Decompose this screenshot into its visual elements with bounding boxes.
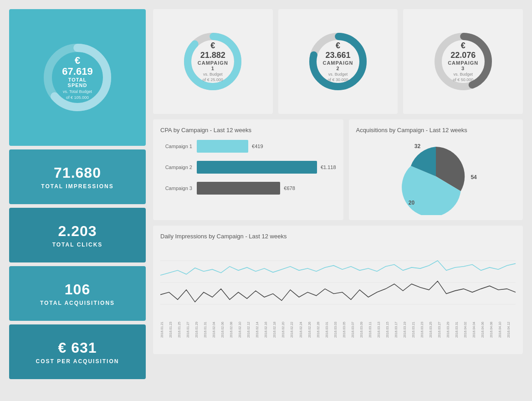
total-spend-sub1: vs. Total Budget: [59, 89, 96, 94]
x-label-4: 2016.01.29: [195, 322, 204, 338]
clicks-value: 2.203: [58, 223, 97, 240]
campaign2-card: € 23.661 CAMPAIGN 2 vs. Budget of € 30.0…: [278, 9, 398, 114]
x-label-9: 2016.02.10: [238, 322, 247, 338]
campaign3-name: CAMPAIGN 3: [447, 60, 479, 71]
campaign1-budget-value: of € 25.000: [197, 77, 229, 82]
acquisitions-value: 106: [65, 281, 90, 298]
bar-row-1: Campaign 2€1.118: [160, 161, 336, 174]
campaign1-name: CAMPAIGN 1: [197, 60, 229, 71]
acquisitions-box: 106 TOTAL ACQUISITIONS: [9, 266, 146, 321]
x-label-21: 2016.03.05: [343, 322, 351, 338]
bar-label-2: Campaign 3: [160, 185, 197, 191]
x-label-24: 2016.03.11: [368, 322, 377, 338]
x-label-17: 2016.02.26: [308, 322, 317, 338]
x-label-3: 2016.01.27: [186, 322, 195, 338]
campaign2-text: € 23.661 CAMPAIGN 2 vs. Budget of € 30.0…: [322, 41, 354, 82]
pie-label-20: 20: [409, 200, 414, 206]
x-label-37: 2016.04.06: [481, 322, 490, 338]
x-label-35: 2016.04.02: [464, 322, 472, 338]
bar-value-2: €678: [284, 185, 295, 191]
clicks-label: TOTAL CLICKS: [52, 242, 103, 248]
bar-value-0: €419: [252, 144, 263, 149]
acquisitions-label: TOTAL ACQUISITIONS: [40, 300, 115, 306]
campaign1-budget-label: vs. Budget: [197, 72, 229, 77]
bar-track-0: €419: [197, 140, 336, 153]
x-label-28: 2016.03.19: [403, 322, 412, 338]
bar-value-1: €1.118: [321, 165, 336, 170]
dashboard: € 67.619 TOTAL SPEND vs. Total Budget of…: [9, 9, 523, 379]
acquisitions-chart-title: Acquisitions by Campaign - Last 12 weeks: [356, 127, 516, 134]
total-spend-sub2: of € 105.000: [59, 95, 96, 100]
x-label-31: 2016.03.25: [429, 322, 438, 338]
x-label-14: 2016.02.20: [281, 322, 290, 338]
impressions-box: 71.680 TOTAL IMPRESSIONS: [9, 149, 146, 204]
total-spend-value: € 67.619: [59, 55, 96, 77]
middle-row: CPA by Campaign - Last 12 weeks Campaign…: [153, 119, 523, 220]
x-label-8: 2016.02.08: [230, 322, 238, 338]
cpa-bars: Campaign 1€419Campaign 2€1.118Campaign 3…: [160, 140, 336, 195]
clicks-box: 2.203 TOTAL CLICKS: [9, 208, 146, 262]
cpa-label: COST PER ACQUISITION: [36, 358, 119, 365]
x-label-36: 2016.04.04: [472, 322, 481, 338]
x-label-13: 2016.02.18: [273, 322, 281, 338]
campaign3-donut: € 22.076 CAMPAIGN 3 vs. Budget of € 50.0…: [431, 30, 495, 93]
x-label-7: 2016.02.06: [221, 322, 230, 338]
total-spend-label: TOTAL SPEND: [59, 77, 96, 88]
total-spend-donut: € 67.619 TOTAL SPEND vs. Total Budget of…: [41, 41, 114, 114]
bar-fill-2: [197, 182, 280, 195]
pie-label-32: 32: [414, 143, 420, 149]
x-label-32: 2016.03.27: [438, 322, 446, 338]
x-label-30: 2016.03.23: [420, 322, 429, 338]
impressions-label: TOTAL IMPRESSIONS: [41, 183, 113, 190]
x-label-29: 2016.03.21: [412, 322, 420, 338]
x-label-23: 2016.03.09: [360, 322, 368, 338]
x-label-39: 2016.04.10: [498, 322, 507, 338]
x-label-40: 2016.04.12: [507, 322, 516, 338]
campaign2-value: € 23.661: [322, 41, 354, 60]
bar-fill-0: [197, 140, 248, 153]
bar-row-0: Campaign 1€419: [160, 140, 336, 153]
pie-label-54: 54: [471, 174, 476, 180]
acquisitions-chart-box: Acquisitions by Campaign - Last 12 weeks: [349, 119, 523, 220]
campaign2-name: CAMPAIGN 2: [322, 60, 354, 71]
bar-label-0: Campaign 1: [160, 144, 197, 149]
campaign3-text: € 22.076 CAMPAIGN 3 vs. Budget of € 50.0…: [447, 41, 479, 82]
x-label-25: 2016.03.13: [377, 322, 386, 338]
x-label-6: 2016.02.04: [212, 322, 221, 338]
line-chart-box: Daily Impressions by Campaign - Last 12 …: [153, 226, 523, 354]
x-label-0: 2016.01.21: [160, 322, 169, 338]
x-label-26: 2016.03.15: [386, 322, 394, 338]
x-label-22: 2016.03.07: [351, 322, 360, 338]
x-label-16: 2016.02.24: [299, 322, 308, 338]
bar-label-1: Campaign 2: [160, 165, 197, 170]
campaign-cards: € 21.882 CAMPAIGN 1 vs. Budget of € 25.0…: [153, 9, 523, 114]
campaign3-budget-label: vs. Budget: [447, 72, 479, 77]
x-label-12: 2016.02.16: [264, 322, 273, 338]
x-label-33: 2016.03.29: [446, 322, 455, 338]
campaign1-text: € 21.882 CAMPAIGN 1 vs. Budget of € 25.0…: [197, 41, 229, 82]
pie-wrapper: 32 54 20: [356, 140, 516, 213]
impressions-value: 71.680: [54, 165, 101, 181]
campaign3-card: € 22.076 CAMPAIGN 3 vs. Budget of € 50.0…: [403, 9, 523, 114]
campaign1-card: € 21.882 CAMPAIGN 1 vs. Budget of € 25.0…: [153, 9, 273, 114]
bar-row-2: Campaign 3€678: [160, 182, 336, 195]
total-spend-text: € 67.619 TOTAL SPEND vs. Total Budget of…: [59, 55, 96, 100]
cpa-chart-title: CPA by Campaign - Last 12 weeks: [160, 127, 336, 134]
bar-track-1: €1.118: [197, 161, 336, 174]
campaign3-value: € 22.076: [447, 41, 479, 60]
x-label-27: 2016.03.17: [394, 322, 403, 338]
main-content: € 21.882 CAMPAIGN 1 vs. Budget of € 25.0…: [153, 9, 523, 379]
x-label-34: 2016.03.31: [455, 322, 464, 338]
line-chart-svg: [160, 246, 516, 319]
x-axis-labels: 2016.01.212016.01.232016.01.252016.01.27…: [160, 322, 516, 347]
campaign3-budget-value: of € 50.000: [447, 77, 479, 82]
bar-track-2: €678: [197, 182, 336, 195]
line-chart-title: Daily Impressions by Campaign - Last 12 …: [160, 233, 516, 240]
x-label-19: 2016.03.01: [325, 322, 334, 338]
x-label-20: 2016.03.03: [334, 322, 343, 338]
x-label-18: 2016.02.28: [317, 322, 325, 338]
cpa-value: € 631: [58, 339, 97, 356]
x-label-15: 2016.02.22: [290, 322, 299, 338]
bar-fill-1: [197, 161, 317, 174]
pie-container: 32 54 20: [397, 138, 475, 215]
